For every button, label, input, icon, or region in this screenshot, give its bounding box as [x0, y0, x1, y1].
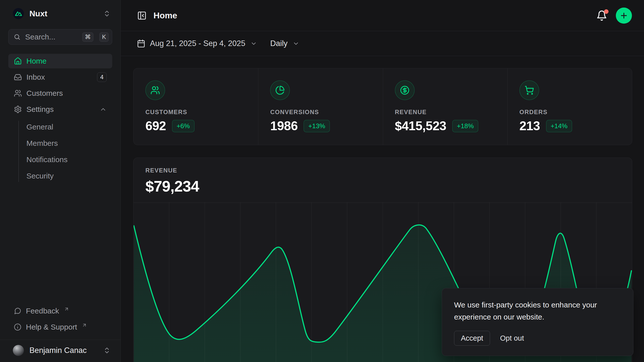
sidebar-item-label: Settings: [26, 105, 95, 114]
users-icon: [14, 89, 22, 97]
sidebar-item-label: Inbox: [26, 73, 93, 81]
gear-icon: [14, 105, 22, 113]
stat-card-conversions[interactable]: CONVERSIONS 1986 +13%: [258, 68, 383, 145]
cookie-message: We use first-party cookies to enhance yo…: [454, 299, 621, 323]
chevrons-up-down-icon: [103, 10, 111, 17]
stat-label: CUSTOMERS: [145, 109, 251, 116]
stats-cards: CUSTOMERS 692 +6% CONVERSIONS 1986 +13%: [133, 68, 632, 145]
page-header: Home: [121, 0, 644, 31]
stat-label: ORDERS: [519, 109, 624, 116]
cookie-banner: We use first-party cookies to enhance yo…: [442, 288, 633, 356]
stat-value: 692: [145, 119, 166, 133]
user-avatar: [13, 345, 24, 356]
stat-card-customers[interactable]: CUSTOMERS 692 +6%: [134, 68, 258, 145]
chevron-up-icon: [100, 106, 107, 113]
sidebar-item-label: Home: [26, 57, 107, 65]
sidebar-nav: Home Inbox 4 Customers Settings: [8, 54, 112, 117]
feedback-label: Feedback: [26, 307, 59, 315]
inbox-count-badge: 4: [97, 72, 107, 82]
sidebar-item-settings[interactable]: Settings: [8, 102, 112, 117]
calendar-icon: [137, 39, 145, 48]
stat-card-orders[interactable]: ORDERS 213 +14%: [507, 68, 632, 145]
users-circle-icon: [145, 80, 165, 100]
sidebar-item-notifications[interactable]: Notifications: [26, 151, 112, 168]
kbd-meta: ⌘: [82, 32, 93, 42]
search-bar[interactable]: ⌘ K: [8, 29, 112, 45]
chevrons-up-down-icon: [103, 347, 111, 354]
stat-label: CONVERSIONS: [270, 109, 375, 116]
add-button[interactable]: [616, 8, 632, 24]
notification-dot: [604, 9, 609, 14]
kbd-k: K: [99, 32, 109, 42]
user-menu[interactable]: Benjamin Canac: [8, 344, 112, 357]
stat-delta-badge: +18%: [452, 120, 478, 132]
sidebar-item-inbox[interactable]: Inbox 4: [8, 70, 112, 84]
revenue-chart-header: REVENUE $79,234: [134, 158, 632, 195]
date-range-picker[interactable]: Aug 21, 2025 - Sep 4, 2025: [137, 39, 257, 48]
stat-label: REVENUE: [395, 109, 500, 116]
arrow-up-right-icon: [64, 306, 69, 312]
chevron-down-icon: [250, 40, 257, 47]
nuxt-logo-icon: [13, 8, 24, 19]
panel-left-close-icon[interactable]: [135, 9, 149, 23]
search-input[interactable]: [25, 33, 76, 41]
stat-delta-badge: +13%: [304, 120, 330, 132]
sidebar-spacer: [8, 184, 112, 304]
revenue-chart-label: REVENUE: [145, 167, 632, 174]
sidebar-item-label: Customers: [26, 89, 107, 98]
search-icon: [14, 33, 21, 40]
sidebar-item-home[interactable]: Home: [8, 54, 112, 68]
help-support-link[interactable]: Help & Support: [8, 321, 112, 334]
chevron-down-icon: [293, 40, 299, 47]
page-title: Home: [153, 11, 177, 20]
stat-card-revenue[interactable]: REVENUE $415,523 +18%: [383, 68, 507, 145]
stat-value: 213: [519, 119, 540, 133]
stat-delta-badge: +14%: [546, 120, 572, 132]
sidebar-footer: Feedback Help & Support: [8, 304, 112, 340]
user-name: Benjamin Canac: [29, 346, 98, 355]
sidebar-item-customers[interactable]: Customers: [8, 86, 112, 101]
arrow-up-right-icon: [82, 323, 87, 328]
shopping-cart-icon: [519, 80, 539, 100]
sidebar-item-general[interactable]: General: [26, 119, 112, 135]
sidebar-item-members[interactable]: Members: [26, 135, 112, 151]
stat-value: $415,523: [395, 119, 447, 133]
message-bubble-icon: [14, 307, 21, 315]
stat-delta-badge: +6%: [172, 120, 194, 132]
sidebar: Nuxt ⌘ K Home Inbox 4: [0, 0, 121, 362]
help-support-label: Help & Support: [26, 323, 77, 331]
interval-select[interactable]: Daily: [270, 39, 299, 48]
user-section: Benjamin Canac: [0, 340, 120, 362]
info-circle-icon: [14, 323, 21, 331]
interval-label: Daily: [270, 39, 288, 48]
stat-value: 1986: [270, 119, 298, 133]
inbox-icon: [14, 73, 22, 81]
filters-toolbar: Aug 21, 2025 - Sep 4, 2025 Daily: [121, 31, 644, 56]
sidebar-item-security[interactable]: Security: [26, 168, 112, 184]
date-range-label: Aug 21, 2025 - Sep 4, 2025: [150, 39, 245, 48]
revenue-chart-value: $79,234: [145, 177, 632, 195]
header-actions: [596, 8, 632, 24]
team-name: Nuxt: [29, 9, 98, 18]
pie-chart-icon: [270, 80, 290, 100]
notifications-button[interactable]: [596, 10, 607, 21]
house-icon: [14, 57, 22, 65]
feedback-link[interactable]: Feedback: [8, 304, 112, 318]
team-switcher[interactable]: Nuxt: [8, 7, 112, 20]
sidebar-settings-children: General Members Notifications Security: [8, 119, 112, 184]
dollar-circle-icon: [395, 80, 415, 100]
plus-icon: [620, 11, 628, 20]
accept-button[interactable]: Accept: [454, 331, 490, 346]
opt-out-button[interactable]: Opt out: [500, 334, 524, 342]
cookie-actions: Accept Opt out: [454, 331, 621, 346]
